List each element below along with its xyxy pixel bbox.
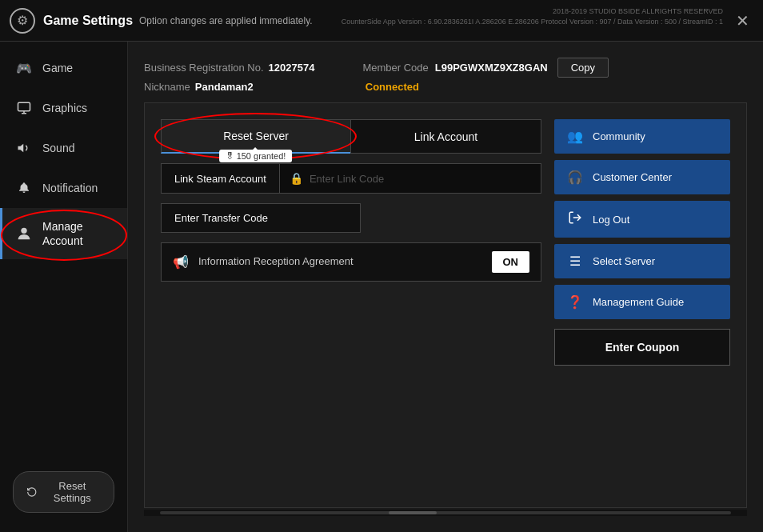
customer-center-label: Customer Center [593, 171, 672, 183]
link-code-placeholder: Enter Link Code [310, 173, 384, 185]
scrollbar-track[interactable] [160, 511, 731, 514]
sidebar-item-graphics[interactable]: Graphics [0, 88, 127, 128]
content-area: Business Registration No. 12027574 Membe… [128, 42, 763, 532]
account-info-line1: Business Registration No. 12027574 Membe… [144, 58, 747, 78]
sidebar-label-graphics: Graphics [42, 102, 87, 114]
log-out-button[interactable]: Log Out [554, 201, 730, 238]
enter-link-code-field[interactable]: 🔒 Enter Link Code [279, 163, 541, 194]
tab-row: Reset Server 🎖 150 granted! Link Account [161, 119, 541, 154]
main-panel: Reset Server 🎖 150 granted! Link Account… [144, 102, 747, 508]
panel-right: 👥 Community 🎧 Customer Center Log Out ☰ … [554, 119, 730, 491]
scrollbar-area [144, 510, 747, 516]
member-code-label: Member Code [362, 62, 428, 74]
nickname-label: Nickname [144, 81, 190, 93]
settings-icon: ⚙ [10, 8, 35, 34]
sidebar-label-game: Game [42, 62, 73, 74]
close-button[interactable]: ✕ [731, 10, 753, 32]
sidebar-item-manage-account[interactable]: Manage Account [0, 208, 127, 259]
game-icon: 🎮 [15, 59, 33, 77]
enter-transfer-button[interactable]: Enter Transfer Code [161, 203, 361, 233]
app-title: Game Settings [43, 14, 133, 28]
megaphone-icon: 📢 [173, 254, 189, 270]
headset-icon: 🎧 [567, 170, 583, 185]
svg-point-1 [21, 228, 26, 234]
account-info-section: Business Registration No. 12027574 Membe… [144, 58, 747, 93]
svg-rect-0 [18, 102, 30, 111]
sound-icon [15, 139, 33, 157]
sidebar-item-sound[interactable]: Sound [0, 128, 127, 168]
panel-left: Reset Server 🎖 150 granted! Link Account… [161, 119, 541, 491]
logout-icon [567, 210, 583, 228]
lock-icon: 🔒 [290, 172, 303, 185]
member-code-value: L99PGWXMZ9XZ8GAN [435, 62, 548, 74]
management-guide-button[interactable]: ❓ Management Guide [554, 285, 730, 319]
main-layout: 🎮 Game Graphics Sound Notification [0, 42, 763, 532]
account-icon [15, 225, 33, 242]
sidebar: 🎮 Game Graphics Sound Notification [0, 42, 128, 532]
sidebar-label-notification: Notification [42, 182, 98, 194]
account-info-line2: Nickname Pandaman2 Connected [144, 81, 747, 93]
tooltip-badge: 🎖 150 granted! [219, 150, 293, 162]
community-label: Community [593, 130, 645, 142]
customer-center-button[interactable]: 🎧 Customer Center [554, 160, 730, 194]
sidebar-item-notification[interactable]: Notification [0, 168, 127, 208]
list-icon: ☰ [567, 254, 583, 269]
select-server-label: Select Server [593, 255, 655, 267]
graphics-icon [15, 99, 33, 117]
sidebar-label-manage-account: Manage Account [42, 219, 114, 248]
biz-reg-label: Business Registration No. [144, 62, 264, 74]
reset-settings-label: Reset Settings [44, 480, 101, 504]
notification-icon [15, 179, 33, 197]
nickname-value: Pandaman2 [195, 81, 254, 93]
community-icon: 👥 [567, 129, 583, 144]
community-button[interactable]: 👥 Community [554, 119, 730, 154]
info-agreement-text: Information Reception Agreement [198, 254, 482, 269]
link-steam-button[interactable]: Link Steam Account [161, 163, 279, 194]
reset-settings-button[interactable]: Reset Settings [13, 471, 114, 513]
log-out-label: Log Out [593, 214, 629, 226]
title-subtitle: Option changes are applied immediately. [139, 15, 313, 26]
title-bar: ⚙ Game Settings Option changes are appli… [0, 0, 763, 42]
biz-reg-value: 12027574 [269, 62, 315, 74]
management-guide-label: Management Guide [593, 296, 684, 308]
sidebar-label-sound: Sound [42, 142, 74, 154]
connected-status: Connected [366, 81, 419, 93]
enter-coupon-button[interactable]: Enter Coupon [554, 329, 730, 366]
copy-button[interactable]: Copy [557, 58, 609, 78]
info-agreement-row: 📢 Information Reception Agreement ON [161, 242, 541, 282]
scrollbar-thumb[interactable] [389, 511, 437, 514]
link-steam-row: Link Steam Account 🔒 Enter Link Code [161, 163, 541, 194]
version-info: 2018-2019 STUDIO BSIDE ALLRIGHTS RESERVE… [342, 6, 723, 26]
link-account-tab[interactable]: Link Account [350, 119, 541, 154]
toggle-on-button[interactable]: ON [492, 251, 530, 273]
select-server-button[interactable]: ☰ Select Server [554, 244, 730, 278]
help-icon: ❓ [567, 294, 583, 310]
sidebar-item-game[interactable]: 🎮 Game [0, 48, 127, 88]
reset-server-wrapper: Reset Server 🎖 150 granted! [161, 119, 350, 154]
